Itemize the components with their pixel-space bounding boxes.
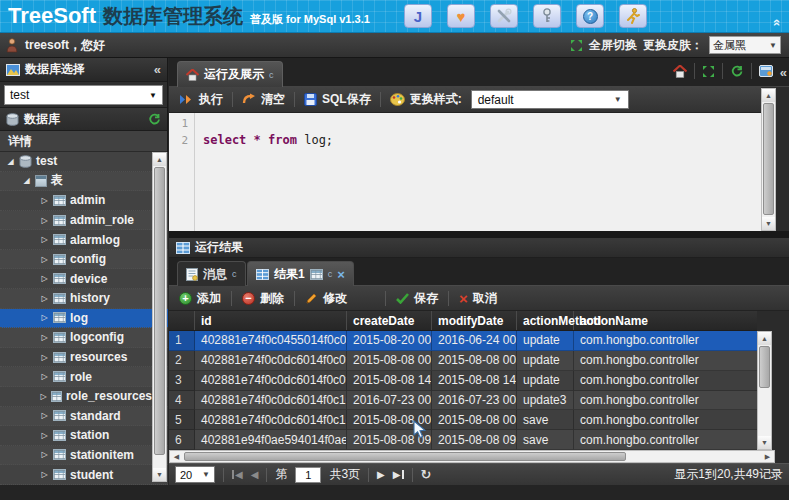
scroll-right-icon[interactable]: ▶ <box>761 451 774 462</box>
scroll-down-icon[interactable]: ▼ <box>758 436 771 449</box>
sql-code-line[interactable]: select * from log; <box>203 133 333 147</box>
tree-collapsed-icon[interactable]: ▷ <box>40 372 49 381</box>
table-row[interactable]: 5402881e74f0c0dc6014f0c1c513100222015-08… <box>169 410 757 430</box>
tree-node-resources[interactable]: ▷resources <box>0 348 168 368</box>
tree-collapsed-icon[interactable]: ▷ <box>40 411 49 420</box>
help-button[interactable]: ? <box>576 4 604 28</box>
tree-collapsed-icon[interactable]: ▷ <box>40 196 49 205</box>
tree-collapsed-icon[interactable]: ▷ <box>40 431 49 440</box>
grid-vertical-scrollbar[interactable]: ▲ ▼ <box>757 331 772 450</box>
tab-refresh-icon[interactable]: c <box>328 269 333 279</box>
collapse-banner-icon[interactable]: « <box>771 19 784 26</box>
tree-node-stationitem[interactable]: ▷stationitem <box>0 446 168 466</box>
tree-collapsed-icon[interactable]: ▷ <box>40 450 49 459</box>
scroll-left-icon[interactable]: ◀ <box>170 451 183 462</box>
tree-scrollbar[interactable]: ▲ ▼ <box>152 152 167 482</box>
grid-scrollbar-thumb[interactable] <box>759 346 770 388</box>
tab-refresh-icon[interactable]: c <box>269 70 274 80</box>
editor-scrollbar[interactable]: ▲ ▼ <box>761 88 776 231</box>
column-header-modifyDate[interactable]: modifyDate <box>432 311 517 330</box>
column-header-createDate[interactable]: createDate <box>347 311 432 330</box>
tree-node-history[interactable]: ▷history <box>0 289 168 309</box>
splitter-handle[interactable] <box>169 231 789 238</box>
home-button[interactable] <box>673 65 687 78</box>
database-select[interactable]: test ▼ <box>4 85 163 105</box>
reload-grid-icon[interactable]: ↻ <box>421 468 432 481</box>
tab-run-and-show[interactable]: 运行及展示 c <box>177 61 283 87</box>
sql-editor[interactable]: 1 2 select * from log; <box>169 113 761 231</box>
favorites-button[interactable]: ♥ <box>447 4 475 28</box>
table-row[interactable]: 2402881e74f0c0dc6014f0c0f53b0000b2015-08… <box>169 351 757 371</box>
clear-button[interactable]: 清空 <box>242 91 285 108</box>
tree-node-admin-role[interactable]: ▷admin_role <box>0 211 168 231</box>
table-row[interactable]: 4402881e74f0c0dc6014f0c105b8100192016-07… <box>169 391 757 411</box>
collapse-sidebar-icon[interactable]: « <box>154 62 161 77</box>
tree-collapsed-icon[interactable]: ▷ <box>40 333 49 342</box>
style-select[interactable]: default ▼ <box>471 90 629 109</box>
refresh-button[interactable] <box>730 65 744 78</box>
modify-row-button[interactable]: 修改 <box>305 290 347 307</box>
column-header-actionMethod[interactable]: actionMethod <box>517 311 574 330</box>
tree-collapsed-icon[interactable]: ▷ <box>40 313 49 322</box>
page-size-select[interactable]: 20 ▼ <box>175 466 215 483</box>
tree-collapsed-icon[interactable]: ▷ <box>40 274 49 283</box>
tree-node-role-resources[interactable]: ▷role_resources <box>0 387 168 407</box>
tree-node-config[interactable]: ▷config <box>0 250 168 270</box>
table-row[interactable]: 6402881e94f0ae594014f0ae9374b00022015-08… <box>169 430 757 450</box>
first-page-button[interactable]: ◀ <box>232 469 243 480</box>
tree-node-admin[interactable]: ▷admin <box>0 191 168 211</box>
column-header-actionName[interactable]: actionName <box>574 311 757 330</box>
tree-collapsed-icon[interactable]: ▷ <box>40 216 49 225</box>
grid-hscrollbar-thumb[interactable] <box>184 452 626 461</box>
tree-collapsed-icon[interactable]: ▷ <box>40 294 49 303</box>
layout-button[interactable] <box>759 65 773 77</box>
page-number-input[interactable] <box>295 467 321 483</box>
refresh-icon[interactable] <box>148 113 161 126</box>
tree-collapsed-icon[interactable]: ▷ <box>40 392 47 401</box>
execute-button[interactable]: 执行 <box>179 91 223 108</box>
scroll-up-icon[interactable]: ▲ <box>153 153 166 166</box>
tree-node-logconfig[interactable]: ▷logconfig <box>0 328 168 348</box>
save-sql-button[interactable]: SQL保存 <box>304 91 371 108</box>
tree-node-student[interactable]: ▷student <box>0 465 168 485</box>
fullscreen-toggle[interactable]: 全屏切换 <box>589 37 637 54</box>
tree-scrollbar-thumb[interactable] <box>154 167 165 455</box>
tree-collapsed-icon[interactable]: ▷ <box>40 470 49 479</box>
tree-expanded-icon[interactable]: ◢ <box>6 157 15 166</box>
scroll-down-icon[interactable]: ▼ <box>153 468 166 481</box>
tree-collapsed-icon[interactable]: ▷ <box>40 353 49 362</box>
scroll-up-icon[interactable]: ▲ <box>758 332 771 345</box>
tree-node-log[interactable]: ▷log <box>0 309 168 329</box>
tree-node-standard[interactable]: ▷standard <box>0 407 168 427</box>
next-page-button[interactable]: ▶ <box>377 469 385 480</box>
last-page-button[interactable]: ▶ <box>393 469 404 480</box>
j-app-button[interactable]: J <box>404 4 432 28</box>
tree-node-tables[interactable]: ◢ 表 <box>0 172 168 192</box>
tab-message[interactable]: 消息 c <box>177 261 246 286</box>
user-run-button[interactable] <box>619 4 647 28</box>
key-button[interactable] <box>533 4 561 28</box>
tree-collapsed-icon[interactable]: ▷ <box>40 235 49 244</box>
close-tab-icon[interactable]: × <box>337 268 345 281</box>
grid-horizontal-scrollbar[interactable]: ◀ ▶ <box>169 450 775 463</box>
prev-page-button[interactable]: ◀ <box>251 469 259 480</box>
tree-node-station[interactable]: ▷station <box>0 426 168 446</box>
add-row-button[interactable]: +添加 <box>179 290 221 307</box>
scroll-up-icon[interactable]: ▲ <box>762 89 775 102</box>
tree-node-role[interactable]: ▷role <box>0 367 168 387</box>
editor-scrollbar-thumb[interactable] <box>763 103 774 215</box>
table-row[interactable]: 3402881e74f0c0dc6014f0c0f7c5000112015-08… <box>169 371 757 391</box>
tab-result-1[interactable]: 结果1 c × <box>247 261 354 286</box>
collapse-panel-icon[interactable]: « <box>780 65 787 80</box>
tree-node-test[interactable]: ◢ test <box>0 152 168 172</box>
table-row[interactable]: 1402881e74f0c0455014f0c06c15900052015-08… <box>169 331 757 351</box>
tree-node-device[interactable]: ▷device <box>0 269 168 289</box>
tab-refresh-icon[interactable]: c <box>232 269 237 279</box>
column-header-id[interactable]: id <box>195 311 347 330</box>
tree-collapsed-icon[interactable]: ▷ <box>40 255 49 264</box>
tree-node-alarmlog[interactable]: ▷alarmlog <box>0 230 168 250</box>
skin-select[interactable]: 金属黑 ▼ <box>709 36 781 54</box>
delete-row-button[interactable]: −删除 <box>242 290 284 307</box>
tree-expanded-icon[interactable]: ◢ <box>22 176 31 185</box>
expand-button[interactable] <box>702 65 715 78</box>
